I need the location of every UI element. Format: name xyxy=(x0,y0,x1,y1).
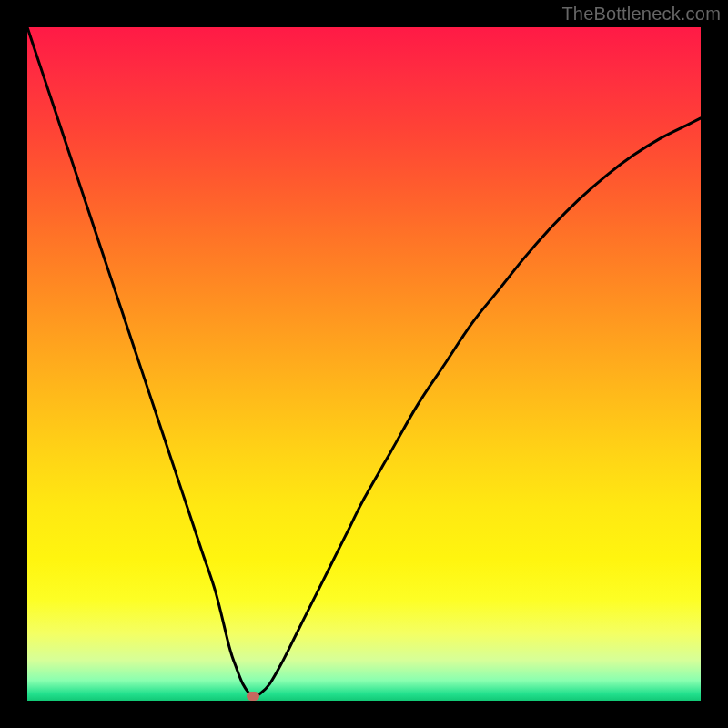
bottleneck-curve xyxy=(27,27,701,701)
chart-frame: TheBottleneck.com xyxy=(0,0,728,728)
optimum-marker xyxy=(247,692,259,701)
watermark-text: TheBottleneck.com xyxy=(561,4,721,25)
plot-area xyxy=(27,27,701,701)
